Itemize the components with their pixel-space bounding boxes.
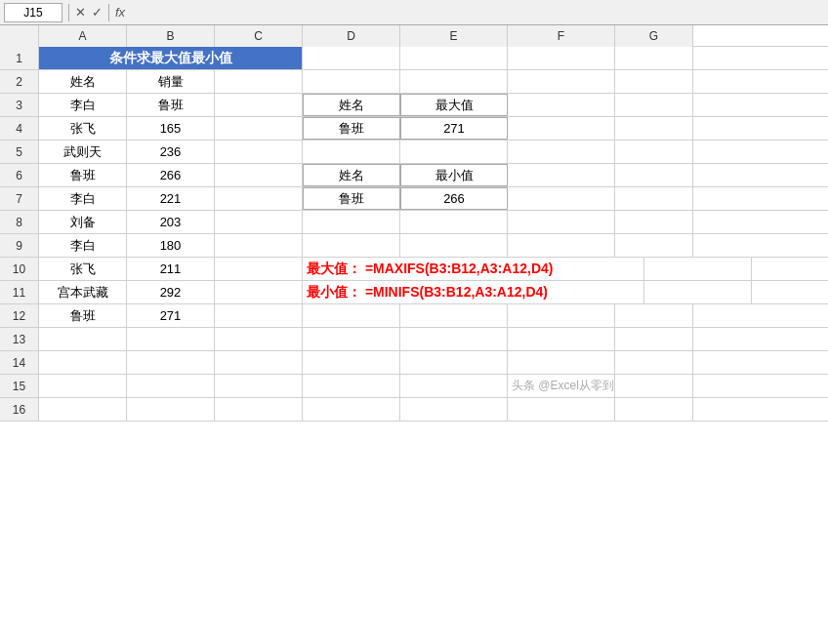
- cell-6g[interactable]: [615, 164, 693, 186]
- cell-15d[interactable]: [303, 375, 400, 397]
- cell-2e[interactable]: [400, 70, 508, 93]
- cell-8e[interactable]: [400, 211, 508, 233]
- cell-16a[interactable]: [39, 398, 127, 421]
- cell-2a[interactable]: 姓名: [39, 70, 127, 93]
- cell-5d[interactable]: [303, 141, 400, 163]
- cell-3d[interactable]: 姓名: [303, 94, 400, 116]
- cell-12e[interactable]: [400, 304, 508, 327]
- col-header-a[interactable]: A: [39, 25, 127, 47]
- cell-5b[interactable]: 236: [127, 141, 215, 163]
- cell-6a[interactable]: 鲁班: [39, 164, 127, 186]
- cell-10e[interactable]: [644, 258, 752, 280]
- cell-2c[interactable]: [215, 70, 303, 93]
- cell-5c[interactable]: [215, 141, 303, 163]
- col-header-e[interactable]: E: [400, 25, 508, 47]
- cell-3c[interactable]: [215, 94, 303, 116]
- cell-1d[interactable]: [303, 47, 400, 69]
- cell-7a[interactable]: 李白: [39, 187, 127, 210]
- cell-13f[interactable]: [508, 328, 615, 350]
- cell-4c[interactable]: [215, 117, 303, 140]
- cell-11a[interactable]: 宫本武藏: [39, 281, 127, 303]
- cell-5a[interactable]: 武则天: [39, 141, 127, 163]
- cell-15c[interactable]: [215, 375, 303, 397]
- cell-11d[interactable]: 最小值： =MINIFS(B3:B12,A3:A12,D4): [303, 281, 644, 303]
- cell-14c[interactable]: [215, 351, 303, 374]
- cell-6c[interactable]: [215, 164, 303, 186]
- cell-9a[interactable]: 李白: [39, 234, 127, 257]
- cell-4f[interactable]: [508, 117, 615, 140]
- cell-13c[interactable]: [215, 328, 303, 350]
- cell-8c[interactable]: [215, 211, 303, 233]
- cell-3a[interactable]: 李白: [39, 94, 127, 116]
- col-header-c[interactable]: C: [215, 25, 303, 47]
- cell-12a[interactable]: 鲁班: [39, 304, 127, 327]
- cell-12f[interactable]: [508, 304, 615, 327]
- cell-title[interactable]: 条件求最大值最小值: [39, 47, 303, 69]
- cell-14b[interactable]: [127, 351, 215, 374]
- cell-14f[interactable]: [508, 351, 615, 374]
- cell-16f[interactable]: [508, 398, 615, 421]
- cell-16d[interactable]: [303, 398, 400, 421]
- cell-3b[interactable]: 鲁班: [127, 94, 215, 116]
- cell-11f[interactable]: [752, 281, 828, 303]
- cell-2f[interactable]: [508, 70, 615, 93]
- cell-15f[interactable]: 头条 @Excel从零到一: [508, 375, 615, 397]
- cell-13d[interactable]: [303, 328, 400, 350]
- cell-12d[interactable]: [303, 304, 400, 327]
- cell-3f[interactable]: [508, 94, 615, 116]
- cell-12g[interactable]: [615, 304, 693, 327]
- cell-2b[interactable]: 销量: [127, 70, 215, 93]
- cell-4g[interactable]: [615, 117, 693, 140]
- cell-6d[interactable]: 姓名: [303, 164, 400, 186]
- col-header-g[interactable]: G: [615, 25, 693, 47]
- cell-9c[interactable]: [215, 234, 303, 257]
- cancel-icon[interactable]: ✕: [75, 5, 86, 20]
- cell-10d[interactable]: 最大值： =MAXIFS(B3:B12,A3:A12,D4): [303, 258, 644, 280]
- cell-5e[interactable]: [400, 141, 508, 163]
- cell-13e[interactable]: [400, 328, 508, 350]
- cell-10f[interactable]: [752, 258, 828, 280]
- cell-8f[interactable]: [508, 211, 615, 233]
- cell-13a[interactable]: [39, 328, 127, 350]
- cell-11c[interactable]: [215, 281, 303, 303]
- cell-6b[interactable]: 266: [127, 164, 215, 186]
- cell-11e[interactable]: [644, 281, 752, 303]
- cell-9e[interactable]: [400, 234, 508, 257]
- cell-6f[interactable]: [508, 164, 615, 186]
- cell-9g[interactable]: [615, 234, 693, 257]
- cell-6e[interactable]: 最小值: [400, 164, 508, 186]
- cell-2d[interactable]: [303, 70, 400, 93]
- cell-14g[interactable]: [615, 351, 693, 374]
- cell-16e[interactable]: [400, 398, 508, 421]
- cell-2g[interactable]: [615, 70, 693, 93]
- cell-3e[interactable]: 最大值: [400, 94, 508, 116]
- cell-reference-box[interactable]: J15: [4, 3, 62, 22]
- cell-14d[interactable]: [303, 351, 400, 374]
- cell-7g[interactable]: [615, 187, 693, 210]
- cell-10a[interactable]: 张飞: [39, 258, 127, 280]
- col-header-d[interactable]: D: [303, 25, 400, 47]
- formula-input[interactable]: [133, 3, 824, 22]
- cell-16b[interactable]: [127, 398, 215, 421]
- cell-15a[interactable]: [39, 375, 127, 397]
- cell-15e[interactable]: [400, 375, 508, 397]
- cell-11b[interactable]: 292: [127, 281, 215, 303]
- cell-1f[interactable]: [508, 47, 615, 69]
- cell-16c[interactable]: [215, 398, 303, 421]
- col-header-b[interactable]: B: [127, 25, 215, 47]
- cell-12c[interactable]: [215, 304, 303, 327]
- cell-4e[interactable]: 271: [400, 117, 508, 140]
- cell-8d[interactable]: [303, 211, 400, 233]
- cell-15g[interactable]: [615, 375, 693, 397]
- cell-13b[interactable]: [127, 328, 215, 350]
- cell-8b[interactable]: 203: [127, 211, 215, 233]
- cell-9f[interactable]: [508, 234, 615, 257]
- cell-16g[interactable]: [615, 398, 693, 421]
- cell-4b[interactable]: 165: [127, 117, 215, 140]
- cell-7b[interactable]: 221: [127, 187, 215, 210]
- cell-5f[interactable]: [508, 141, 615, 163]
- cell-10c[interactable]: [215, 258, 303, 280]
- cell-7e[interactable]: 266: [400, 187, 508, 210]
- cell-9b[interactable]: 180: [127, 234, 215, 257]
- cell-7d[interactable]: 鲁班: [303, 187, 400, 210]
